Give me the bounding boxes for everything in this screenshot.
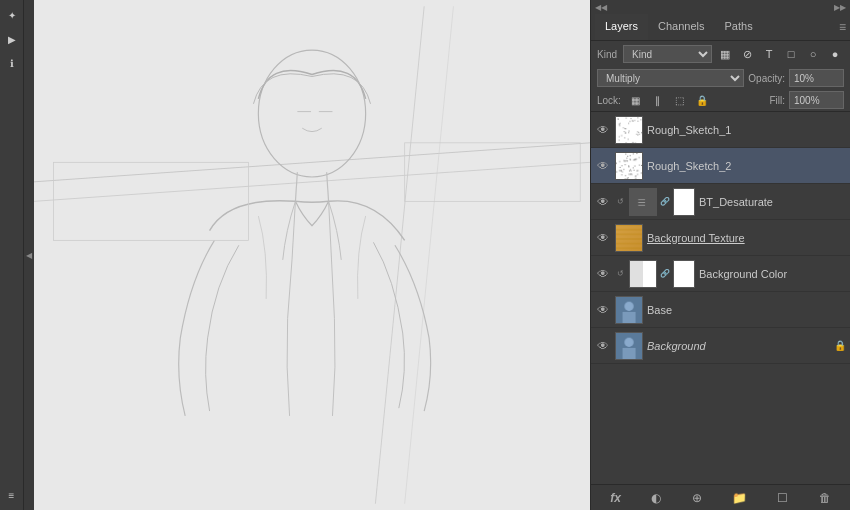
kind-icon-adjust[interactable]: ⊘: [738, 45, 756, 63]
opacity-label: Opacity:: [748, 73, 785, 84]
add-style-button[interactable]: fx: [606, 489, 625, 507]
layer-row[interactable]: 👁↺🔗Background Color: [591, 256, 850, 292]
delete-layer-button[interactable]: 🗑: [815, 489, 835, 507]
blend-row: Multiply Normal Screen Overlay Opacity:: [591, 67, 850, 89]
layer-row[interactable]: 👁Rough_Sketch_1: [591, 112, 850, 148]
layer-row[interactable]: 👁Background Texture: [591, 220, 850, 256]
lock-label: Lock:: [597, 95, 621, 106]
kind-icon-smart[interactable]: ○: [804, 45, 822, 63]
layer-thumbnail: [629, 188, 657, 216]
new-layer-button[interactable]: ☐: [773, 489, 792, 507]
layer-visibility-icon[interactable]: 👁: [595, 122, 611, 138]
layer-name-label: Background Color: [699, 268, 846, 280]
right-panel: ◀◀ ▶▶ Layers Channels Paths ≡ Kind Kind …: [590, 0, 850, 510]
layer-name-label: Rough_Sketch_1: [647, 124, 846, 136]
kind-icon-filter[interactable]: ●: [826, 45, 844, 63]
layer-thumbnail: [615, 152, 643, 180]
layer-name-label: Rough_Sketch_2: [647, 160, 846, 172]
left-toolbar: ✦ ▶ ℹ ≡: [0, 0, 24, 510]
layer-link-icon: ↺: [615, 194, 625, 210]
fill-label: Fill:: [769, 95, 785, 106]
kind-select[interactable]: Kind: [623, 45, 712, 63]
tool-info[interactable]: ℹ: [1, 52, 23, 74]
panel-arrow-left[interactable]: ◀◀: [595, 3, 607, 12]
kind-row: Kind Kind ▦ ⊘ T □ ○ ●: [591, 41, 850, 67]
new-group-button[interactable]: 📁: [728, 489, 751, 507]
add-mask-button[interactable]: ◐: [647, 489, 665, 507]
tool-move[interactable]: ✦: [1, 4, 23, 26]
panel-header: ◀◀ ▶▶: [591, 0, 850, 14]
layer-lock-icon: 🔒: [834, 340, 846, 351]
lock-row: Lock: ▦ ∥ ⬚ 🔒 Fill:: [591, 89, 850, 112]
kind-label: Kind: [597, 49, 617, 60]
layer-name-label: Background Texture: [647, 232, 846, 244]
tabs-row: Layers Channels Paths ≡: [591, 14, 850, 41]
lock-all-btn[interactable]: 🔒: [693, 91, 711, 109]
chevron-left-icon: ◀: [26, 251, 32, 260]
layer-name-label: BT_Desaturate: [699, 196, 846, 208]
bottom-toolbar: fx ◐ ⊕ 📁 ☐ 🗑: [591, 484, 850, 510]
layer-thumbnail: [615, 224, 643, 252]
lock-pixel-btn[interactable]: ▦: [627, 91, 645, 109]
tool-layers2[interactable]: ≡: [1, 484, 23, 506]
kind-icon-type[interactable]: T: [760, 45, 778, 63]
layer-thumbnail: [615, 116, 643, 144]
layer-row[interactable]: 👁↺🔗BT_Desaturate: [591, 184, 850, 220]
layer-name-label: Base: [647, 304, 846, 316]
tab-layers[interactable]: Layers: [595, 14, 648, 40]
layer-chain-icon: 🔗: [661, 194, 669, 210]
opacity-input[interactable]: [789, 69, 844, 87]
fill-input[interactable]: [789, 91, 844, 109]
canvas-area: [34, 0, 590, 510]
layer-row[interactable]: 👁Rough_Sketch_2: [591, 148, 850, 184]
layer-thumbnail: [615, 332, 643, 360]
sketch-canvas: [34, 0, 590, 510]
panel-arrow-right[interactable]: ▶▶: [834, 3, 846, 12]
layer-visibility-icon[interactable]: 👁: [595, 194, 611, 210]
lock-position-btn[interactable]: ∥: [649, 91, 667, 109]
layer-visibility-icon[interactable]: 👁: [595, 266, 611, 282]
layer-row[interactable]: 👁Base: [591, 292, 850, 328]
lock-artboard-btn[interactable]: ⬚: [671, 91, 689, 109]
layer-link-icon: ↺: [615, 266, 625, 282]
layer-visibility-icon[interactable]: 👁: [595, 302, 611, 318]
tab-paths[interactable]: Paths: [715, 14, 763, 40]
svg-rect-0: [34, 6, 590, 503]
panel-collapse-arrow-left[interactable]: ◀: [24, 0, 34, 510]
panel-menu-button[interactable]: ≡: [839, 20, 846, 34]
blend-mode-select[interactable]: Multiply Normal Screen Overlay: [597, 69, 744, 87]
layer-chain-icon: 🔗: [661, 266, 669, 282]
layer-mask-thumbnail: [673, 260, 695, 288]
tool-play[interactable]: ▶: [1, 28, 23, 50]
layer-thumbnail: [629, 260, 657, 288]
layer-row[interactable]: 👁Background🔒: [591, 328, 850, 364]
layers-list: 👁Rough_Sketch_1👁Rough_Sketch_2👁↺🔗BT_Desa…: [591, 112, 850, 484]
layer-thumbnail: [615, 296, 643, 324]
layer-visibility-icon[interactable]: 👁: [595, 230, 611, 246]
tab-channels[interactable]: Channels: [648, 14, 714, 40]
new-adjustment-button[interactable]: ⊕: [688, 489, 706, 507]
kind-icon-shape[interactable]: □: [782, 45, 800, 63]
layer-mask-thumbnail: [673, 188, 695, 216]
layer-name-label: Background: [647, 340, 830, 352]
kind-icon-pixel[interactable]: ▦: [716, 45, 734, 63]
layer-visibility-icon[interactable]: 👁: [595, 158, 611, 174]
layer-visibility-icon[interactable]: 👁: [595, 338, 611, 354]
